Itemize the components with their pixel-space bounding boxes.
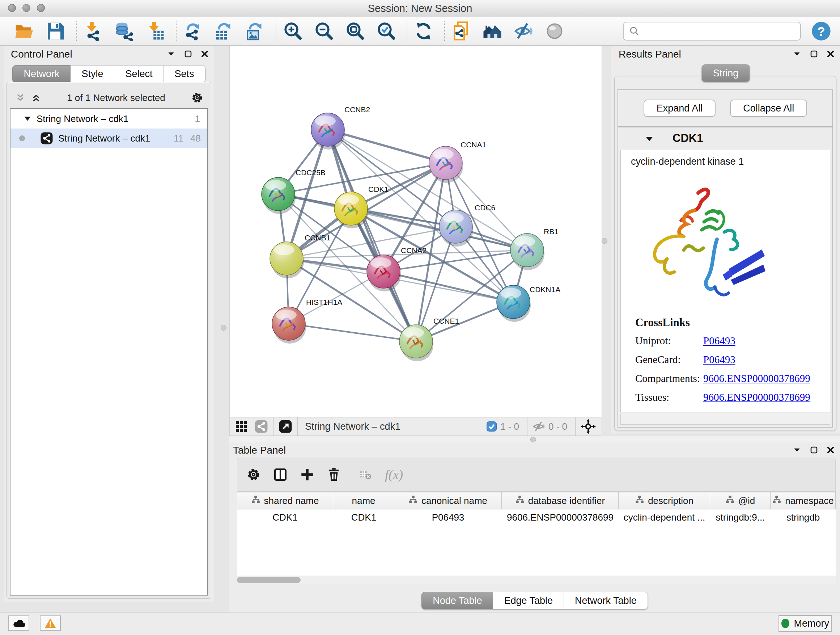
crosslink-link-uniprot-[interactable]: P06493	[703, 335, 736, 347]
birds-eye-grid-icon[interactable]	[235, 420, 248, 433]
crosslink-link-genecard-[interactable]: P06493	[703, 354, 736, 366]
scrollbar-thumb[interactable]	[237, 577, 301, 583]
column-header-name[interactable]: name	[333, 492, 394, 509]
expand-all-chevron-icon[interactable]	[31, 92, 42, 103]
network-row-selected[interactable]: String Network – cdk1 11 48	[11, 128, 207, 148]
cloud-status-button[interactable]	[8, 616, 29, 631]
node-CCNB2[interactable]: CCNB2	[311, 105, 370, 149]
column-header-canonical-name[interactable]: canonical name	[394, 492, 502, 509]
tab-edge-table[interactable]: Edge Table	[493, 592, 564, 609]
close-panel-icon[interactable]	[201, 50, 209, 58]
function-builder-icon[interactable]: f(x)	[385, 467, 403, 482]
show-columns-icon[interactable]	[272, 466, 289, 483]
show-panel-eye-icon[interactable]	[543, 20, 566, 42]
edge-HIST1H1A-CCNE1[interactable]	[289, 324, 416, 341]
fit-content-crosshair-icon[interactable]	[581, 419, 596, 434]
search-input[interactable]	[639, 25, 795, 37]
panel-menu-icon[interactable]	[166, 49, 176, 59]
tab-select[interactable]: Select	[114, 65, 164, 82]
network-canvas[interactable]: CCNB2CCNA1CDC25BCDK1CDC6RB1CCNB1CCNA2CDK…	[229, 46, 602, 417]
network-options-gear-icon[interactable]	[191, 91, 204, 104]
cell--id[interactable]: stringdb:9...	[710, 509, 771, 525]
delete-column-trash-icon[interactable]	[325, 466, 342, 483]
open-in-new-icon[interactable]	[279, 420, 292, 433]
left-splitter-handle[interactable]	[221, 325, 226, 331]
collapse-all-chevron-icon[interactable]	[15, 92, 26, 103]
import-table-button[interactable]	[144, 20, 166, 42]
zoom-out-button[interactable]	[313, 20, 335, 42]
node-CDKN1A[interactable]: CDKN1A	[497, 285, 561, 322]
hidden-eye-slash-icon[interactable]	[532, 420, 546, 433]
cell-description[interactable]: cyclin-dependent ...	[619, 509, 710, 525]
zoom-selected-button[interactable]	[375, 20, 397, 42]
node-HIST1H1A[interactable]: HIST1H1A	[272, 298, 342, 344]
column-header-database-identifier[interactable]: database identifier	[502, 492, 619, 509]
import-network-button[interactable]	[82, 20, 104, 42]
panel-menu-icon[interactable]	[792, 445, 802, 455]
node-RB1[interactable]: RB1	[510, 227, 559, 270]
export-network-button[interactable]	[182, 20, 204, 42]
right-splitter-handle[interactable]	[602, 238, 607, 244]
table-row[interactable]: CDK1CDK1P064939606.ENSP00000378699cyclin…	[237, 509, 836, 525]
column-header-shared-name[interactable]: shared name	[237, 492, 333, 509]
import-network-from-database-button[interactable]	[113, 20, 135, 42]
table-hscrollbar[interactable]	[237, 576, 836, 584]
cell-shared-name[interactable]: CDK1	[237, 509, 333, 525]
crosslink-link-pharos-[interactable]: P06493	[703, 410, 736, 412]
network-share-gray-icon[interactable]	[254, 420, 268, 433]
zoom-in-button[interactable]	[281, 20, 304, 42]
memory-button[interactable]: Memory	[778, 615, 832, 632]
export-image-button[interactable]	[244, 20, 266, 42]
search-box[interactable]	[623, 22, 801, 41]
crosslink-link-tissues-[interactable]: 9606.ENSP00000378699	[703, 391, 810, 403]
gene-collapse-icon[interactable]	[644, 134, 654, 144]
panel-menu-icon[interactable]	[792, 49, 802, 59]
results-scrollbar[interactable]	[621, 414, 830, 424]
crosslink-link-compartments-[interactable]: 9606.ENSP00000378699	[703, 372, 810, 385]
float-panel-icon[interactable]	[810, 446, 818, 454]
close-panel-icon[interactable]	[826, 446, 835, 454]
collapse-all-button[interactable]: Collapse All	[730, 100, 807, 117]
close-panel-icon[interactable]	[826, 50, 835, 58]
column-header-description[interactable]: description	[619, 492, 710, 509]
cell-name[interactable]: CDK1	[333, 509, 394, 525]
home-button[interactable]	[481, 20, 504, 42]
edge-CCNB2-CCNE1[interactable]	[328, 130, 416, 341]
network-graph[interactable]: CCNB2CCNA1CDC25BCDK1CDC6RB1CCNB1CCNA2CDK…	[230, 46, 602, 417]
add-column-plus-icon[interactable]	[299, 466, 316, 483]
tab-node-table[interactable]: Node Table	[422, 592, 493, 609]
export-table-button[interactable]	[213, 20, 235, 42]
save-session-button[interactable]	[44, 20, 66, 42]
column-header--id[interactable]: @id	[710, 492, 771, 509]
tab-style[interactable]: Style	[71, 65, 114, 82]
delete-table-icon[interactable]	[358, 467, 373, 482]
table-settings-gear-icon[interactable]	[245, 466, 262, 483]
share-document-button[interactable]	[450, 20, 472, 42]
tab-network-table[interactable]: Network Table	[564, 592, 648, 609]
hide-panel-eye-slash-icon[interactable]	[512, 20, 535, 42]
crosslink-row: Tissues:9606.ENSP00000378699	[635, 391, 823, 403]
float-panel-icon[interactable]	[184, 50, 193, 58]
node-CCNA1[interactable]: CCNA1	[429, 141, 486, 183]
node-CCNB1[interactable]: CCNB1	[270, 233, 330, 279]
cell-namespace[interactable]: stringdb	[771, 509, 836, 525]
node-CDK1[interactable]: CDK1	[334, 185, 388, 228]
network-collection-row[interactable]: String Network – cdk1 1	[11, 109, 207, 128]
column-header-namespace[interactable]: namespace	[771, 492, 836, 509]
zoom-fit-button[interactable]	[344, 20, 366, 42]
cell-canonical-name[interactable]: P06493	[394, 509, 502, 525]
float-panel-icon[interactable]	[810, 50, 818, 58]
help-button[interactable]: ?	[811, 21, 831, 41]
warning-button[interactable]	[40, 616, 61, 631]
tab-network[interactable]: Network	[12, 65, 71, 82]
refresh-button[interactable]	[412, 20, 435, 42]
node-table[interactable]: shared namenamecanonical namedatabase id…	[237, 492, 836, 576]
collection-expand-icon[interactable]	[23, 114, 32, 124]
cell-database-identifier[interactable]: 9606.ENSP00000378699	[502, 509, 619, 525]
tab-sets[interactable]: Sets	[164, 65, 205, 82]
selected-checkbox-icon[interactable]	[486, 421, 497, 432]
splitter-handle[interactable]	[531, 437, 536, 442]
expand-all-button[interactable]: Expand All	[644, 100, 716, 117]
open-session-button[interactable]	[13, 20, 35, 42]
tab-string[interactable]: String	[702, 65, 750, 82]
